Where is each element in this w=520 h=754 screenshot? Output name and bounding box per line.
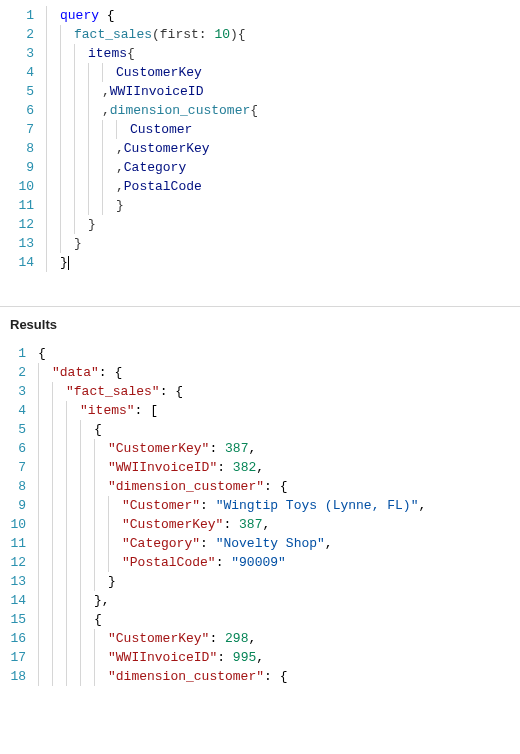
token-jpunc: , (248, 439, 256, 458)
line-number: 14 (4, 253, 46, 272)
line-number: 6 (0, 439, 38, 458)
code-line[interactable]: 14} (0, 253, 520, 272)
line-number: 4 (4, 63, 46, 82)
indent-guide (94, 534, 108, 553)
token-punc: } (88, 215, 96, 234)
indent-guide (66, 439, 80, 458)
indent-guide (38, 591, 52, 610)
query-editor[interactable]: 1query {2fact_sales(first: 10){3items{4C… (0, 0, 520, 278)
code-line[interactable]: 12"PostalCode": "90009" (0, 553, 520, 572)
indent-guide (60, 44, 74, 63)
line-number: 3 (0, 382, 38, 401)
indent-guide (102, 196, 116, 215)
indent-guide (46, 215, 60, 234)
code-line[interactable]: 10"CustomerKey": 387, (0, 515, 520, 534)
indent-guide (38, 439, 52, 458)
line-content: "items": [ (80, 401, 158, 420)
indent-guide (74, 120, 88, 139)
indent-guide (108, 496, 122, 515)
code-line[interactable]: 18"dimension_customer": { (0, 667, 520, 686)
code-line[interactable]: 14}, (0, 591, 520, 610)
line-number: 8 (0, 477, 38, 496)
indent-guide (94, 496, 108, 515)
indent-guide (46, 6, 60, 25)
token-punc: , (102, 82, 110, 101)
code-line[interactable]: 1{ (0, 344, 520, 363)
indent-guide (94, 515, 108, 534)
indent-guide (60, 177, 74, 196)
code-line[interactable]: 5{ (0, 420, 520, 439)
code-line[interactable]: 13} (0, 572, 520, 591)
token-punc: , (116, 158, 124, 177)
line-content: { (38, 344, 46, 363)
token-jkey: "CustomerKey" (122, 515, 223, 534)
code-line[interactable]: 8,CustomerKey (0, 139, 520, 158)
indent-guide (46, 82, 60, 101)
code-line[interactable]: 12} (0, 215, 520, 234)
code-line[interactable]: 3items{ (0, 44, 520, 63)
line-number: 17 (0, 648, 38, 667)
line-content: { (94, 610, 102, 629)
indent-guide (66, 629, 80, 648)
code-line[interactable]: 1query { (0, 6, 520, 25)
code-line[interactable]: 4CustomerKey (0, 63, 520, 82)
code-line[interactable]: 16"CustomerKey": 298, (0, 629, 520, 648)
code-line[interactable]: 6,dimension_customer{ (0, 101, 520, 120)
code-line[interactable]: 11} (0, 196, 520, 215)
line-number: 13 (0, 572, 38, 591)
token-jstr: "90009" (231, 553, 286, 572)
token-jkey: "fact_sales" (66, 382, 160, 401)
code-line[interactable]: 13} (0, 234, 520, 253)
indent-guide (46, 196, 60, 215)
indent-guide (46, 177, 60, 196)
line-content: } (116, 196, 124, 215)
code-line[interactable]: 7"WWIInvoiceID": 382, (0, 458, 520, 477)
token-punc: , (116, 139, 124, 158)
indent-guide (102, 120, 116, 139)
indent-guide (46, 253, 60, 272)
line-content: } (60, 253, 69, 272)
results-viewer[interactable]: 1{2"data": {3"fact_sales": {4"items": [5… (0, 338, 520, 692)
line-number: 9 (0, 496, 38, 515)
code-line[interactable]: 10,PostalCode (0, 177, 520, 196)
token-jpunc: , (325, 534, 333, 553)
code-line[interactable]: 2"data": { (0, 363, 520, 382)
code-line[interactable]: 5,WWIInvoiceID (0, 82, 520, 101)
token-punc: } (116, 196, 124, 215)
token-jpunc: : { (264, 477, 287, 496)
code-line[interactable]: 7Customer (0, 120, 520, 139)
line-content: items{ (88, 44, 135, 63)
indent-guide (38, 458, 52, 477)
indent-guide (94, 667, 108, 686)
line-number: 16 (0, 629, 38, 648)
indent-guide (60, 120, 74, 139)
code-line[interactable]: 2fact_sales(first: 10){ (0, 25, 520, 44)
token-num: 10 (214, 25, 230, 44)
code-line[interactable]: 15{ (0, 610, 520, 629)
code-line[interactable]: 9"Customer": "Wingtip Toys (Lynne, FL)", (0, 496, 520, 515)
indent-guide (94, 553, 108, 572)
code-line[interactable]: 17"WWIInvoiceID": 995, (0, 648, 520, 667)
indent-guide (74, 177, 88, 196)
indent-guide (80, 610, 94, 629)
code-line[interactable]: 11"Category": "Novelty Shop", (0, 534, 520, 553)
line-content: "WWIInvoiceID": 382, (108, 458, 264, 477)
line-content: }, (94, 591, 110, 610)
line-number: 12 (0, 553, 38, 572)
code-line[interactable]: 3"fact_sales": { (0, 382, 520, 401)
indent-guide (66, 401, 80, 420)
line-content: "PostalCode": "90009" (122, 553, 286, 572)
code-line[interactable]: 4"items": [ (0, 401, 520, 420)
code-line[interactable]: 8"dimension_customer": { (0, 477, 520, 496)
token-jpunc: }, (94, 591, 110, 610)
indent-guide (66, 534, 80, 553)
token-jpunc: : (217, 648, 233, 667)
indent-guide (46, 63, 60, 82)
indent-guide (80, 477, 94, 496)
code-line[interactable]: 6"CustomerKey": 387, (0, 439, 520, 458)
code-line[interactable]: 9,Category (0, 158, 520, 177)
line-number: 10 (0, 515, 38, 534)
indent-guide (60, 215, 74, 234)
indent-guide (60, 196, 74, 215)
token-type: dimension_customer (110, 101, 250, 120)
